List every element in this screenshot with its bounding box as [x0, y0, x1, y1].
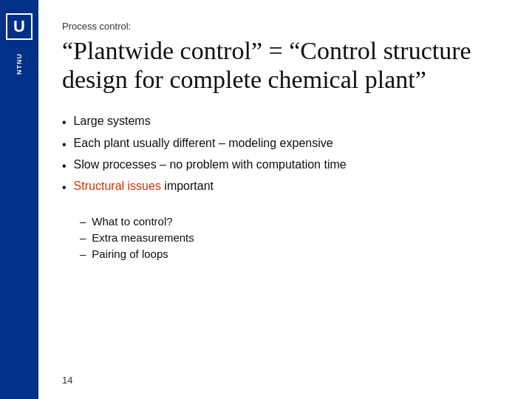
logo-box: U	[6, 13, 33, 40]
highlighted-text: Structural issues	[74, 180, 161, 192]
sub-list-item: – What to control?	[80, 215, 505, 228]
list-item: • Large systems	[62, 115, 505, 131]
bullet-suffix: important	[161, 180, 214, 192]
bullet-dot: •	[62, 158, 66, 174]
bullet-text: Structural issues important	[74, 180, 214, 193]
sub-bullet-text: Extra measurements	[92, 231, 194, 244]
bullet-text: Each plant usually different – modeling …	[74, 137, 333, 150]
list-item: • Each plant usually different – modelin…	[62, 137, 505, 153]
bullet-dot: •	[62, 137, 66, 153]
bullet-dot: •	[62, 180, 66, 196]
sub-dash: –	[80, 231, 86, 244]
sub-dash: –	[80, 248, 86, 260]
sub-bullet-text: Pairing of loops	[92, 248, 168, 260]
bullet-text: Large systems	[74, 115, 151, 128]
sub-list-item: – Pairing of loops	[80, 248, 505, 260]
sub-dash: –	[80, 215, 86, 228]
slide-content: Process control: “Plantwide control” = “…	[38, 0, 532, 399]
list-item: • Structural issues important	[62, 180, 505, 196]
sub-bullet-list: – What to control? – Extra measurements …	[80, 215, 505, 264]
bullet-text: Slow processes – no problem with computa…	[74, 158, 347, 171]
sidebar: U NTNU	[0, 0, 38, 399]
sub-list-item: – Extra measurements	[80, 231, 505, 244]
logo-ntnu: NTNU	[16, 53, 23, 75]
slide-title: “Plantwide control” = “Control structure…	[62, 36, 505, 94]
slide-number: 14	[62, 375, 72, 386]
bullet-list: • Large systems • Each plant usually dif…	[62, 115, 505, 202]
sub-bullet-text: What to control?	[92, 215, 172, 228]
list-item: • Slow processes – no problem with compu…	[62, 158, 505, 174]
bullet-dot: •	[62, 115, 66, 131]
process-label: Process control:	[62, 21, 505, 32]
logo-letter: U	[13, 18, 25, 35]
